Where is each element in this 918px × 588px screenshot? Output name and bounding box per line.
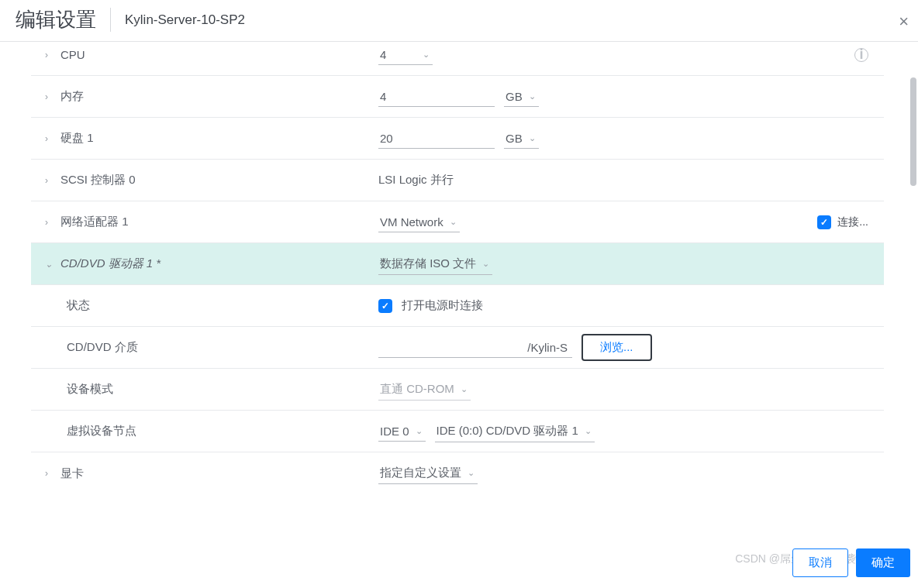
cddvd-label-text: CD/DVD 驱动器 1 * bbox=[60, 256, 160, 271]
dialog-subtitle: Kylin-Server-10-SP2 bbox=[111, 12, 245, 28]
scsi-value-text: LSI Logic 并行 bbox=[378, 173, 454, 187]
node-device-select[interactable]: IDE (0:0) CD/DVD 驱动器 1 ⌄ bbox=[435, 421, 595, 442]
cpu-label-text: CPU bbox=[60, 48, 85, 61]
scrollbar-track[interactable] bbox=[910, 46, 916, 480]
node-bus-select[interactable]: IDE 0 ⌄ bbox=[378, 421, 426, 442]
row-cddvd-value: 数据存储 ISO 文件 ⌄ bbox=[378, 253, 884, 275]
net-value: VM Network bbox=[380, 215, 443, 229]
row-video-label: › 显卡 bbox=[45, 466, 378, 481]
chevron-right-icon: › bbox=[45, 468, 53, 479]
chevron-right-icon: › bbox=[45, 175, 53, 186]
chevron-down-icon: ⌄ bbox=[450, 217, 457, 227]
row-cddvd[interactable]: ⌄ CD/DVD 驱动器 1 * 数据存储 ISO 文件 ⌄ bbox=[31, 243, 884, 285]
cancel-button[interactable]: 取消 bbox=[792, 548, 848, 577]
row-network-label: › 网络适配器 1 bbox=[45, 215, 378, 229]
chevron-down-icon: ⌄ bbox=[529, 133, 536, 143]
row-memory-value: GB ⌄ bbox=[378, 87, 884, 107]
row-video[interactable]: › 显卡 指定自定义设置 ⌄ bbox=[31, 452, 884, 494]
row-network-value: VM Network ⌄ bbox=[378, 212, 817, 232]
devmode-select: 直通 CD-ROM ⌄ bbox=[378, 379, 471, 401]
row-disk-label: › 硬盘 1 bbox=[45, 131, 378, 146]
browse-button[interactable]: 浏览... bbox=[582, 334, 652, 361]
disk-unit-select[interactable]: GB ⌄ bbox=[504, 129, 539, 149]
chevron-right-icon: › bbox=[45, 133, 53, 144]
row-disk-value: GB ⌄ bbox=[378, 129, 884, 149]
row-disk[interactable]: › 硬盘 1 GB ⌄ bbox=[31, 118, 884, 160]
cddvd-value: 数据存储 ISO 文件 bbox=[380, 256, 476, 271]
cddvd-source-select[interactable]: 数据存储 ISO 文件 ⌄ bbox=[378, 253, 492, 275]
chevron-down-icon: ⌄ bbox=[468, 468, 475, 478]
row-cddvd-status: 状态 ✓ 打开电源时连接 bbox=[31, 285, 884, 327]
chevron-down-icon: ⌄ bbox=[585, 426, 592, 436]
row-cpu-value: 4 ⌄ bbox=[378, 45, 854, 65]
scsi-label-text: SCSI 控制器 0 bbox=[60, 173, 136, 187]
row-cpu-label: › CPU bbox=[45, 48, 378, 61]
devmode-value: 直通 CD-ROM bbox=[380, 382, 454, 397]
media-value-wrap: /Kylin-S 浏览... bbox=[378, 334, 884, 361]
devmode-label: 设备模式 bbox=[45, 382, 378, 397]
row-network[interactable]: › 网络适配器 1 VM Network ⌄ ✓ 连接... bbox=[31, 201, 884, 243]
info-icon[interactable]: i bbox=[854, 48, 868, 62]
node-value2: IDE (0:0) CD/DVD 驱动器 1 bbox=[437, 424, 578, 438]
media-label: CD/DVD 介质 bbox=[45, 340, 378, 355]
net-label-text: 网络适配器 1 bbox=[60, 215, 129, 229]
memory-input[interactable] bbox=[378, 87, 495, 107]
cpu-select[interactable]: 4 ⌄ bbox=[378, 45, 433, 65]
devmode-value-wrap: 直通 CD-ROM ⌄ bbox=[378, 379, 884, 401]
row-scsi[interactable]: › SCSI 控制器 0 LSI Logic 并行 bbox=[31, 160, 884, 201]
row-cddvd-devmode: 设备模式 直通 CD-ROM ⌄ bbox=[31, 369, 884, 411]
poweron-checkbox[interactable]: ✓ bbox=[378, 299, 392, 313]
chevron-down-icon: ⌄ bbox=[482, 259, 489, 269]
status-label: 状态 bbox=[45, 298, 378, 313]
disk-input[interactable] bbox=[378, 129, 495, 149]
media-path-input[interactable]: /Kylin-S bbox=[378, 338, 572, 358]
node-value-wrap: IDE 0 ⌄ IDE (0:0) CD/DVD 驱动器 1 ⌄ bbox=[378, 421, 884, 442]
row-scsi-value: LSI Logic 并行 bbox=[378, 173, 884, 187]
disk-unit: GB bbox=[506, 132, 523, 145]
chevron-down-icon: ⌄ bbox=[461, 384, 468, 394]
scrollbar-thumb[interactable] bbox=[910, 77, 916, 186]
status-value: ✓ 打开电源时连接 bbox=[378, 298, 884, 313]
video-value: 指定自定义设置 bbox=[380, 466, 461, 480]
chevron-right-icon: › bbox=[45, 91, 53, 102]
ok-button[interactable]: 确定 bbox=[856, 548, 910, 577]
chevron-down-icon: ⌄ bbox=[423, 50, 430, 60]
node-value1: IDE 0 bbox=[380, 425, 409, 438]
connect-label: 连接... bbox=[837, 215, 868, 229]
row-video-value: 指定自定义设置 ⌄ bbox=[378, 462, 884, 484]
chevron-down-icon: ⌄ bbox=[45, 259, 53, 270]
status-text: 打开电源时连接 bbox=[402, 298, 483, 313]
memory-unit: GB bbox=[506, 90, 523, 103]
row-cddvd-node: 虚拟设备节点 IDE 0 ⌄ IDE (0:0) CD/DVD 驱动器 1 ⌄ bbox=[31, 411, 884, 452]
disk-label-text: 硬盘 1 bbox=[60, 131, 94, 146]
row-cddvd-media: CD/DVD 介质 /Kylin-S 浏览... bbox=[31, 327, 884, 369]
chevron-down-icon: ⌄ bbox=[529, 91, 536, 101]
settings-list: › CPU 4 ⌄ i › 内存 GB ⌄ › 硬盘 bbox=[0, 42, 884, 494]
dialog-footer: 取消 确定 bbox=[792, 548, 910, 577]
row-memory-label: › 内存 bbox=[45, 89, 378, 104]
chevron-right-icon: › bbox=[45, 50, 53, 60]
chevron-down-icon: ⌄ bbox=[416, 426, 423, 436]
memory-unit-select[interactable]: GB ⌄ bbox=[504, 87, 539, 107]
dialog-header: 编辑设置 Kylin-Server-10-SP2 × bbox=[0, 0, 918, 42]
node-label: 虚拟设备节点 bbox=[45, 424, 378, 438]
video-select[interactable]: 指定自定义设置 ⌄ bbox=[378, 462, 478, 484]
network-select[interactable]: VM Network ⌄ bbox=[378, 212, 460, 232]
memory-label-text: 内存 bbox=[60, 89, 84, 104]
row-cpu[interactable]: › CPU 4 ⌄ i bbox=[31, 42, 884, 76]
row-scsi-label: › SCSI 控制器 0 bbox=[45, 173, 378, 187]
row-memory[interactable]: › 内存 GB ⌄ bbox=[31, 76, 884, 118]
video-label-text: 显卡 bbox=[60, 466, 84, 481]
dialog-title: 编辑设置 bbox=[16, 8, 111, 32]
chevron-right-icon: › bbox=[45, 217, 53, 228]
row-network-extra: ✓ 连接... bbox=[817, 215, 884, 229]
content-scroll-area: › CPU 4 ⌄ i › 内存 GB ⌄ › 硬盘 bbox=[0, 42, 918, 514]
close-icon[interactable]: × bbox=[899, 12, 909, 32]
row-cpu-extra: i bbox=[854, 48, 884, 62]
row-cddvd-label: ⌄ CD/DVD 驱动器 1 * bbox=[45, 256, 378, 271]
connect-checkbox[interactable]: ✓ bbox=[817, 215, 831, 229]
cpu-value: 4 bbox=[380, 48, 386, 61]
